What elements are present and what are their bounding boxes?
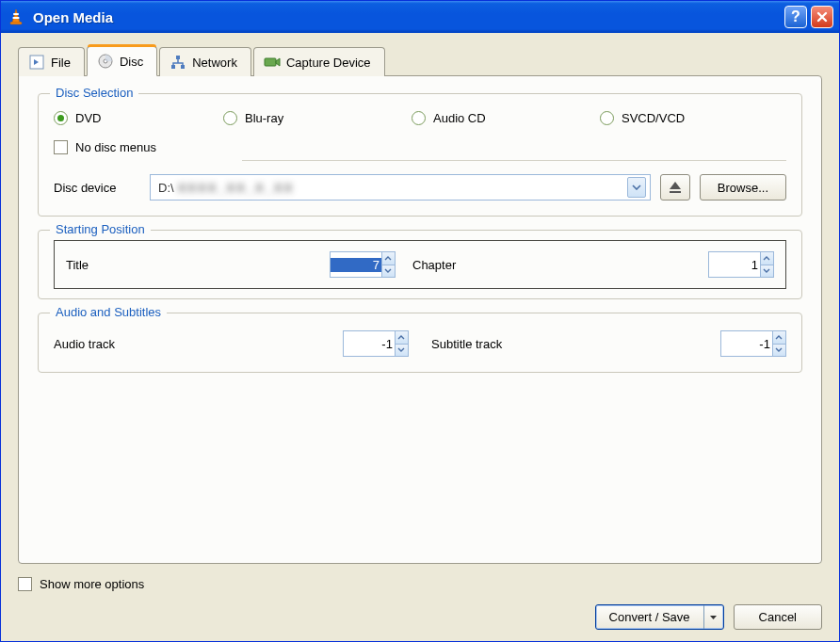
group-starting-position: Starting Position Title Chapter bbox=[38, 230, 802, 299]
tab-capture[interactable]: Capture Device bbox=[253, 47, 385, 76]
svg-rect-9 bbox=[265, 58, 276, 66]
vlc-cone-icon bbox=[7, 8, 25, 26]
spinner-up-icon[interactable] bbox=[760, 252, 773, 265]
chapter-label: Chapter bbox=[412, 258, 708, 272]
audio-subtitles-row: Audio track Subtitle track bbox=[54, 330, 786, 357]
file-icon bbox=[28, 54, 45, 71]
radio-icon bbox=[600, 111, 614, 125]
svg-rect-8 bbox=[181, 65, 185, 69]
tab-file-label: File bbox=[51, 56, 71, 70]
close-icon bbox=[816, 11, 828, 23]
radio-icon bbox=[412, 111, 426, 125]
subtitle-track-label: Subtitle track bbox=[431, 337, 720, 351]
radio-bluray-label: Blu-ray bbox=[245, 111, 283, 125]
chevron-down-icon[interactable] bbox=[627, 177, 646, 198]
help-icon: ? bbox=[791, 8, 800, 25]
chapter-value[interactable] bbox=[709, 258, 760, 272]
help-button[interactable]: ? bbox=[784, 6, 807, 28]
svg-rect-0 bbox=[13, 13, 19, 15]
capture-icon bbox=[264, 54, 281, 71]
disc-device-row: Disc device D:\ XXXX_XX_X_XX Browse... bbox=[54, 174, 786, 201]
group-starting-position-legend: Starting Position bbox=[50, 222, 151, 236]
radio-dvd[interactable]: DVD bbox=[54, 111, 223, 125]
browse-button[interactable]: Browse... bbox=[700, 174, 786, 201]
spinner-down-icon[interactable] bbox=[395, 345, 408, 357]
radio-icon bbox=[54, 111, 68, 125]
tab-panel-disc: Disc Selection DVD Blu-ray Audio CD bbox=[18, 75, 822, 564]
dialog-content: File Disc Network Capture Device bbox=[1, 33, 839, 641]
open-media-dialog: Open Media ? File Disc bbox=[0, 0, 840, 642]
disc-device-combo[interactable]: D:\ XXXX_XX_X_XX bbox=[150, 174, 651, 201]
title-value[interactable] bbox=[331, 258, 381, 272]
spinner-up-icon[interactable] bbox=[395, 331, 408, 345]
radio-svcd[interactable]: SVCD/VCD bbox=[600, 111, 685, 125]
disc-icon bbox=[97, 53, 114, 70]
eject-button[interactable] bbox=[660, 174, 690, 201]
radio-bluray[interactable]: Blu-ray bbox=[223, 111, 412, 125]
svg-rect-1 bbox=[13, 17, 20, 19]
divider bbox=[242, 160, 786, 161]
tab-file[interactable]: File bbox=[18, 47, 85, 76]
title-label: Title bbox=[66, 258, 198, 272]
disc-device-label: Disc device bbox=[54, 181, 140, 195]
checkbox-icon bbox=[54, 140, 68, 154]
titlebar: Open Media ? bbox=[1, 1, 839, 33]
show-more-options-label: Show more options bbox=[40, 577, 144, 591]
radio-dvd-label: DVD bbox=[75, 111, 101, 125]
checkbox-icon bbox=[18, 577, 32, 591]
disc-type-radios: DVD Blu-ray Audio CD SVCD/VCD bbox=[54, 111, 786, 125]
radio-audiocd-label: Audio CD bbox=[433, 111, 486, 125]
group-disc-selection: Disc Selection DVD Blu-ray Audio CD bbox=[38, 93, 802, 217]
spinner-down-icon[interactable] bbox=[381, 265, 395, 278]
disc-device-prefix: D:\ bbox=[158, 181, 174, 195]
button-row: Convert / Save Cancel bbox=[18, 604, 822, 630]
group-audio-subtitles-legend: Audio and Subtitles bbox=[50, 305, 167, 319]
radio-icon bbox=[223, 111, 237, 125]
svg-rect-2 bbox=[10, 23, 22, 24]
network-icon bbox=[170, 54, 186, 71]
spinner-up-icon[interactable] bbox=[772, 331, 785, 345]
audio-track-spinner[interactable] bbox=[343, 330, 409, 357]
cancel-button[interactable]: Cancel bbox=[734, 604, 822, 630]
tab-disc-label: Disc bbox=[120, 55, 143, 69]
convert-save-label: Convert / Save bbox=[596, 605, 704, 629]
no-disc-menus-label: No disc menus bbox=[75, 140, 156, 154]
radio-svcd-label: SVCD/VCD bbox=[622, 111, 685, 125]
audio-track-value[interactable] bbox=[344, 337, 395, 351]
spinner-down-icon[interactable] bbox=[760, 265, 773, 278]
group-audio-subtitles: Audio and Subtitles Audio track bbox=[38, 313, 802, 373]
tab-disc[interactable]: Disc bbox=[87, 46, 157, 76]
tab-network[interactable]: Network bbox=[159, 47, 251, 76]
chevron-down-icon[interactable] bbox=[704, 605, 723, 629]
convert-save-button[interactable]: Convert / Save bbox=[595, 604, 724, 630]
radio-audiocd[interactable]: Audio CD bbox=[412, 111, 600, 125]
starting-position-row: Title Chapter bbox=[54, 240, 786, 289]
spinner-up-icon[interactable] bbox=[381, 252, 395, 265]
tabs-bar: File Disc Network Capture Device bbox=[18, 46, 822, 76]
subtitle-track-spinner[interactable] bbox=[720, 330, 786, 357]
subtitle-track-value[interactable] bbox=[721, 337, 772, 351]
close-button[interactable] bbox=[811, 6, 833, 28]
dialog-footer: Show more options Convert / Save Cancel bbox=[18, 564, 822, 630]
no-disc-menus-checkbox[interactable]: No disc menus bbox=[54, 140, 786, 154]
tab-network-label: Network bbox=[192, 56, 237, 70]
eject-icon bbox=[668, 181, 683, 194]
spinner-down-icon[interactable] bbox=[772, 345, 785, 357]
svg-rect-10 bbox=[670, 191, 681, 193]
disc-device-value: XXXX_XX_X_XX bbox=[178, 181, 627, 195]
svg-rect-7 bbox=[171, 65, 175, 69]
tab-capture-label: Capture Device bbox=[286, 56, 371, 70]
show-more-options-checkbox[interactable]: Show more options bbox=[18, 577, 822, 591]
audio-track-label: Audio track bbox=[54, 337, 317, 351]
chapter-spinner[interactable] bbox=[708, 251, 774, 278]
group-disc-selection-legend: Disc Selection bbox=[50, 86, 138, 100]
window-title: Open Media bbox=[33, 9, 781, 25]
title-spinner[interactable] bbox=[330, 251, 396, 278]
svg-rect-6 bbox=[176, 56, 180, 59]
